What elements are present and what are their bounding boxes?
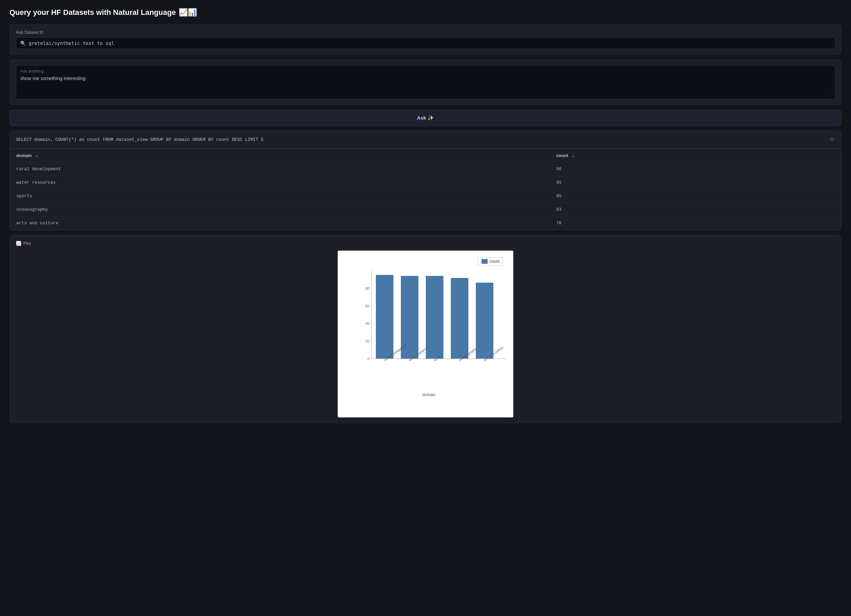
cell-count: 85 xyxy=(550,176,841,189)
svg-text:0: 0 xyxy=(367,357,370,361)
cell-count: 86 xyxy=(550,162,841,176)
table-row: rural development86 xyxy=(10,162,841,176)
cell-count: 78 xyxy=(550,216,841,230)
col-header-count[interactable]: count ▲ xyxy=(550,149,841,162)
search-icon: 🔍 xyxy=(20,41,26,46)
svg-text:60: 60 xyxy=(365,304,370,308)
sort-icon-domain: ▲ xyxy=(35,154,39,158)
cell-domain: arts and culture xyxy=(10,216,550,230)
page-title: Query your HF Datasets with Natural Lang… xyxy=(9,8,842,17)
query-label: Ask anything... xyxy=(20,69,831,74)
table-row: oceanography83 xyxy=(10,203,841,216)
sql-text: SELECT domain, COUNT(*) as count FROM da… xyxy=(16,137,829,142)
svg-text:80: 80 xyxy=(365,286,370,290)
dataset-id-label: Hub Dataset ID xyxy=(16,30,835,35)
copy-icon[interactable]: ⧉ xyxy=(829,136,835,144)
col-header-domain[interactable]: domain ▲ xyxy=(10,149,550,162)
table-header-row: domain ▲ count ▲ xyxy=(10,149,841,162)
dataset-id-input-wrapper: 🔍 xyxy=(16,38,835,49)
plot-header: 📈 Plot xyxy=(16,241,835,246)
results-table: domain ▲ count ▲ rural development86wate… xyxy=(10,149,841,230)
sql-box: SELECT domain, COUNT(*) as count FROM da… xyxy=(10,131,841,149)
cell-count: 83 xyxy=(550,203,841,216)
ask-button-label: Ask ✨ xyxy=(417,115,434,121)
legend-color-swatch xyxy=(481,259,488,264)
svg-text:40: 40 xyxy=(365,322,370,326)
ask-button[interactable]: Ask ✨ xyxy=(9,110,842,126)
plot-area: count 0 20 40 60 xyxy=(16,251,835,418)
legend-label: count xyxy=(490,259,499,264)
bar-oceanography xyxy=(451,278,468,359)
bar-sports xyxy=(426,276,444,359)
bar-arts-culture xyxy=(476,282,493,359)
chart-legend-area: count xyxy=(355,257,503,266)
bar-rural-development xyxy=(376,275,393,359)
title-emoji: 📈📊 xyxy=(179,8,197,17)
plot-card: 📈 Plot count 0 20 xyxy=(9,235,842,423)
chart-legend: count xyxy=(478,257,503,266)
query-textarea-wrapper: Ask anything... show me something intere… xyxy=(16,65,835,99)
table-body: rural development86water resources85spor… xyxy=(10,162,841,230)
cell-count: 85 xyxy=(550,189,841,203)
cell-domain: sports xyxy=(10,189,550,203)
cell-domain: water resources xyxy=(10,176,550,189)
table-row: water resources85 xyxy=(10,176,841,189)
cell-domain: oceanography xyxy=(10,203,550,216)
svg-text:20: 20 xyxy=(365,339,370,343)
query-card: Ask anything... show me something intere… xyxy=(9,59,842,105)
chart-container: count 0 20 40 60 xyxy=(338,251,513,418)
table-row: sports85 xyxy=(10,189,841,203)
sort-icon-count: ▲ xyxy=(571,154,575,158)
dataset-id-card: Hub Dataset ID 🔍 xyxy=(9,24,842,55)
sql-table-group: SELECT domain, COUNT(*) as count FROM da… xyxy=(9,131,842,230)
table-row: arts and culture78 xyxy=(10,216,841,230)
resize-handle: ⌟ xyxy=(20,91,831,96)
plot-icon: 📈 xyxy=(16,241,21,246)
cell-domain: rural development xyxy=(10,162,550,176)
query-textarea[interactable]: show me something interesting xyxy=(20,76,831,89)
title-text: Query your HF Datasets with Natural Lang… xyxy=(9,8,176,17)
bar-chart-svg: 0 20 40 60 80 xyxy=(355,267,510,376)
results-table-wrapper: domain ▲ count ▲ rural development86wate… xyxy=(10,149,841,230)
chart-x-title: domain xyxy=(355,392,503,397)
plot-header-label: Plot xyxy=(23,241,31,246)
dataset-id-input[interactable] xyxy=(29,41,831,46)
